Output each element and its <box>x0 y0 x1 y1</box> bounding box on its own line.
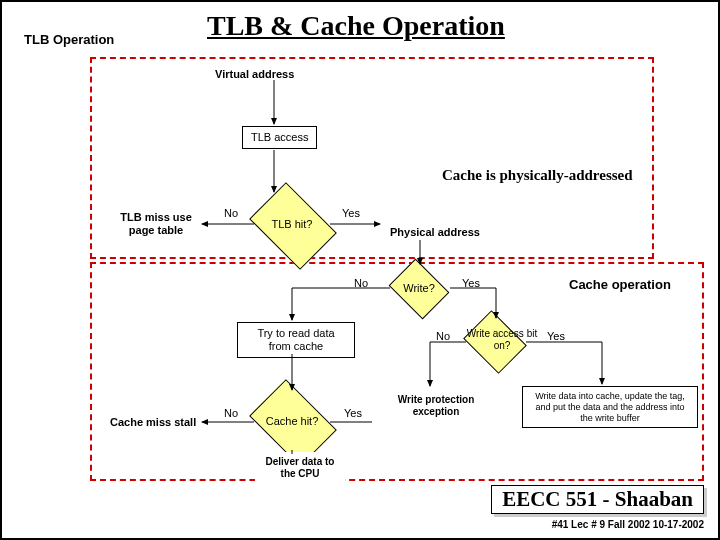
tlb-access-box: TLB access <box>242 126 317 149</box>
tlb-section-label: TLB Operation <box>24 32 114 47</box>
try-read-box: Try to read data from cache <box>237 322 355 358</box>
cache-section-label: Cache operation <box>569 277 671 292</box>
deliver-box: Deliver data to the CPU <box>255 452 345 484</box>
footer-meta: #41 Lec # 9 Fall 2002 10-17-2002 <box>552 519 704 530</box>
ch-no: No <box>224 407 238 419</box>
tlb-yes: Yes <box>342 207 360 219</box>
tlb-no: No <box>224 207 238 219</box>
wa-yes: Yes <box>547 330 565 342</box>
tlb-hit-label: TLB hit? <box>257 218 327 230</box>
cache-hit-label: Cache hit? <box>257 415 327 427</box>
write-label: Write? <box>384 282 454 294</box>
wa-no: No <box>436 330 450 342</box>
ch-yes: Yes <box>344 407 362 419</box>
tlb-miss-box: TLB miss use page table <box>107 207 205 241</box>
write-prot-box: Write protection exception <box>378 390 494 422</box>
write-data-box: Write data into cache, update the tag, a… <box>522 386 698 428</box>
phys-addr-label: Physical address <box>382 222 488 243</box>
course-footer: EECC 551 - Shaaban <box>491 485 704 514</box>
write-yes: Yes <box>462 277 480 289</box>
write-no: No <box>354 277 368 289</box>
slide: TLB & Cache Operation TLB Operation Cach… <box>0 0 720 540</box>
virtual-address-label: Virtual address <box>207 64 302 85</box>
write-access-label: Write access bit on? <box>454 324 550 356</box>
cache-miss-stall: Cache miss stall <box>102 412 204 433</box>
page-title: TLB & Cache Operation <box>207 10 505 42</box>
